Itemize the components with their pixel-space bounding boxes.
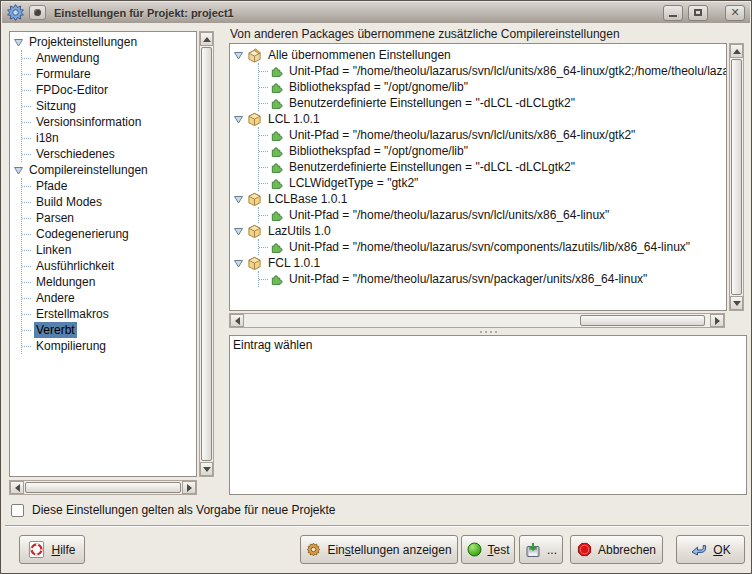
tree-item-codegenerierung[interactable]: Codegenerierung	[22, 226, 196, 242]
tree-item-label: Vererbt	[34, 322, 77, 338]
scroll-down-button[interactable]	[200, 462, 213, 476]
puzzle-piece-icon	[270, 209, 283, 222]
show-options-button-label: Einstellungen anzeigen	[327, 543, 451, 557]
tree-item-meldungen[interactable]: Meldungen	[22, 274, 196, 290]
inherited-settings-icon	[247, 48, 262, 63]
tree-item-linken[interactable]: Linken	[22, 242, 196, 258]
scrollbar-thumb[interactable]	[731, 59, 742, 295]
left-tree-horizontal-scrollbar[interactable]	[9, 480, 197, 495]
tree-item-i18n[interactable]: i18n	[22, 130, 196, 146]
save-more-button-label: ...	[547, 543, 557, 557]
selected-entry-info-box: Eintrag wählen	[229, 335, 747, 495]
tree-group-compilereinstellungen[interactable]: Compilereinstellungen	[14, 162, 196, 178]
tree-item-erstellmakros[interactable]: Erstellmakros	[22, 306, 196, 322]
pkg-group-lazutils-1-0[interactable]: LazUtils 1.0	[234, 223, 726, 239]
expander-icon[interactable]	[234, 195, 243, 204]
tree-item-versionsinformation[interactable]: Versionsinformation	[22, 114, 196, 130]
pkg-setting-label: Benutzerdefinierte Einstellungen = "-dLC…	[287, 95, 577, 111]
tree-item-build-modes[interactable]: Build Modes	[22, 194, 196, 210]
tree-item-pfade[interactable]: Pfade	[22, 178, 196, 194]
pkg-setting-item[interactable]: LCLWidgetType = "gtk2"	[259, 175, 726, 191]
package-icon	[247, 256, 262, 271]
pkg-setting-item[interactable]: Unit-Pfad = "/home/theolu/lazarus/svn/lc…	[259, 127, 726, 143]
scrollbar-thumb[interactable]	[580, 315, 706, 326]
pkg-setting-item[interactable]: Unit-Pfad = "/home/theolu/lazarus/svn/lc…	[259, 63, 726, 79]
pkg-setting-item[interactable]: Bibliothekspfad = "/opt/gnome/lib"	[259, 79, 726, 95]
arrow-right-icon	[715, 317, 720, 325]
default-for-new-projects-checkbox[interactable]	[11, 504, 24, 517]
test-button[interactable]: Test	[461, 535, 515, 564]
tree-item-formulare[interactable]: Formulare	[22, 66, 196, 82]
minimize-button[interactable]	[663, 5, 683, 21]
scroll-right-button[interactable]	[182, 481, 196, 494]
pkg-group-alle-bernommenen-einstellungen[interactable]: Alle übernommenen Einstellungen	[234, 47, 726, 63]
left-tree-vertical-scrollbar[interactable]	[199, 31, 214, 477]
window-menu-button[interactable]	[29, 5, 46, 20]
pkg-group-label: LazUtils 1.0	[266, 223, 333, 239]
pkg-setting-label: Unit-Pfad = "/home/theolu/lazarus/svn/lc…	[287, 127, 637, 143]
scrollbar-track[interactable]	[244, 314, 710, 327]
inherited-settings-tree[interactable]: Alle übernommenen EinstellungenUnit-Pfad…	[229, 43, 727, 311]
pkg-setting-label: Unit-Pfad = "/home/theolu/lazarus/svn/co…	[287, 239, 692, 255]
ok-button[interactable]: OK	[676, 535, 745, 564]
scrollbar-thumb[interactable]	[201, 47, 212, 461]
expander-icon[interactable]	[234, 227, 243, 236]
puzzle-piece-icon	[270, 177, 283, 190]
tree-item-parsen[interactable]: Parsen	[22, 210, 196, 226]
tree-item-verschiedenes[interactable]: Verschiedenes	[22, 146, 196, 162]
tree-item-fpdoc-editor[interactable]: FPDoc-Editor	[22, 82, 196, 98]
panel-splitter[interactable]	[229, 329, 747, 334]
pkg-setting-item[interactable]: Benutzerdefinierte Einstellungen = "-dLC…	[259, 95, 726, 111]
tree-item-andere[interactable]: Andere	[22, 290, 196, 306]
scroll-left-button[interactable]	[230, 314, 244, 327]
expander-icon[interactable]	[14, 38, 23, 47]
scroll-down-button[interactable]	[730, 296, 743, 310]
pkg-group-lcl-1-0-1[interactable]: LCL 1.0.1	[234, 111, 726, 127]
help-icon	[28, 540, 45, 559]
save-more-button[interactable]: ...	[519, 535, 563, 564]
ok-arrow-icon	[690, 543, 707, 557]
pkg-setting-label: Bibliothekspfad = "/opt/gnome/lib"	[287, 79, 470, 95]
scrollbar-track[interactable]	[200, 46, 213, 462]
expander-icon[interactable]	[234, 115, 243, 124]
tree-item-vererbt[interactable]: Vererbt	[22, 322, 196, 338]
maximize-button[interactable]	[688, 5, 708, 21]
pkg-tree-vertical-scrollbar[interactable]	[729, 43, 744, 311]
tree-item-label: Andere	[34, 290, 77, 306]
scrollbar-thumb[interactable]	[25, 482, 181, 493]
tree-group-projekteinstellungen[interactable]: Projekteinstellungen	[14, 34, 196, 50]
options-category-tree[interactable]: ProjekteinstellungenAnwendungFormulareFP…	[9, 31, 197, 477]
pkg-setting-item[interactable]: Unit-Pfad = "/home/theolu/lazarus/svn/lc…	[259, 207, 726, 223]
pkg-group-fcl-1-0-1[interactable]: FCL 1.0.1	[234, 255, 726, 271]
scrollbar-track[interactable]	[730, 58, 743, 296]
puzzle-piece-icon	[270, 241, 283, 254]
expander-icon[interactable]	[234, 259, 243, 268]
tree-item-ausf-hrlichkeit[interactable]: Ausführlichkeit	[22, 258, 196, 274]
tree-item-kompilierung[interactable]: Kompilierung	[22, 338, 196, 354]
arrow-down-icon	[733, 301, 741, 306]
expander-icon[interactable]	[234, 51, 243, 60]
pkg-setting-label: Unit-Pfad = "/home/theolu/lazarus/svn/lc…	[287, 63, 727, 79]
titlebar[interactable]: Einstellungen für Projekt: project1 ✕	[2, 2, 750, 23]
help-button-label: Hilfe	[51, 543, 75, 557]
scroll-up-button[interactable]	[200, 32, 213, 46]
pkg-setting-item[interactable]: Unit-Pfad = "/home/theolu/lazarus/svn/pa…	[259, 271, 726, 287]
tree-item-anwendung[interactable]: Anwendung	[22, 50, 196, 66]
pkg-setting-item[interactable]: Benutzerdefinierte Einstellungen = "-dLC…	[259, 159, 726, 175]
expander-icon[interactable]	[14, 166, 23, 175]
cancel-button[interactable]: Abbrechen	[570, 535, 663, 564]
pkg-setting-item[interactable]: Unit-Pfad = "/home/theolu/lazarus/svn/co…	[259, 239, 726, 255]
scroll-right-button[interactable]	[710, 314, 724, 327]
scroll-left-button[interactable]	[10, 481, 24, 494]
close-button[interactable]: ✕	[725, 5, 745, 21]
help-button[interactable]: Hilfe	[19, 535, 85, 564]
pkg-tree-horizontal-scrollbar[interactable]	[229, 313, 725, 328]
tree-item-sitzung[interactable]: Sitzung	[22, 98, 196, 114]
show-options-button[interactable]: Einstellungen anzeigen	[300, 535, 458, 564]
pkg-setting-item[interactable]: Bibliothekspfad = "/opt/gnome/lib"	[259, 143, 726, 159]
pkg-group-lclbase-1-0-1[interactable]: LCLBase 1.0.1	[234, 191, 726, 207]
scrollbar-track[interactable]	[24, 481, 182, 494]
maximize-icon	[694, 9, 702, 16]
arrow-up-icon	[203, 37, 211, 42]
scroll-up-button[interactable]	[730, 44, 743, 58]
